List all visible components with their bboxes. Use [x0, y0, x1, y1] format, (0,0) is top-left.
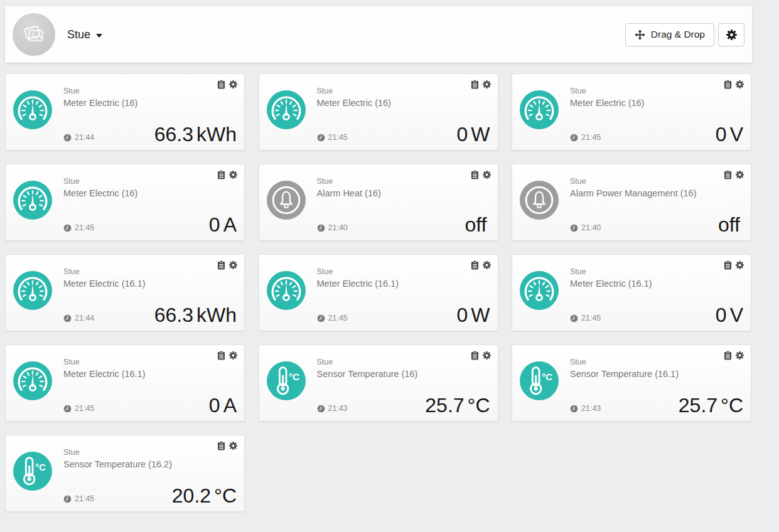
- card-settings-button[interactable]: [735, 170, 744, 179]
- device-card: Stue Meter Electric (16): [512, 73, 751, 151]
- log-button[interactable]: [217, 351, 225, 360]
- card-device: Meter Electric (16.1): [570, 279, 652, 289]
- log-button[interactable]: [471, 80, 479, 89]
- clipboard-icon: [471, 170, 479, 179]
- card-room: Stue: [317, 177, 381, 186]
- card-titles: Stue Meter Electric (16): [63, 87, 137, 108]
- card-settings-button[interactable]: [228, 351, 238, 360]
- card-corner-actions: [217, 441, 238, 450]
- log-button[interactable]: [724, 170, 732, 179]
- card-unit: W: [471, 304, 490, 327]
- card-room: Stue: [63, 87, 137, 96]
- room-selector[interactable]: Stue: [67, 28, 102, 41]
- clock-icon: [317, 134, 325, 142]
- meter-gauge-icon: [13, 181, 52, 220]
- thermometer-icon: °C: [267, 361, 306, 400]
- card-time: 21:44: [75, 133, 94, 142]
- card-device: Meter Electric (16.1): [317, 279, 399, 289]
- log-button[interactable]: [217, 260, 225, 270]
- device-icon-badge: [267, 181, 306, 220]
- card-corner-actions: [724, 351, 744, 360]
- card-titles: Stue Meter Electric (16.1): [63, 358, 146, 379]
- device-card: Stue Alarm Heat (16): [259, 164, 498, 241]
- clock-icon: [570, 134, 578, 142]
- card-value-row: 20.2 °C: [172, 484, 237, 508]
- card-time: 21:40: [328, 223, 348, 232]
- card-settings-button[interactable]: [228, 170, 238, 179]
- header-settings-button[interactable]: [718, 23, 744, 46]
- log-button[interactable]: [724, 260, 732, 270]
- clipboard-icon: [217, 351, 225, 360]
- card-titles: Stue Meter Electric (16.1): [570, 267, 652, 289]
- log-button[interactable]: [724, 351, 732, 360]
- card-device: Alarm Power Management (16): [570, 188, 696, 198]
- card-corner-actions: [471, 170, 492, 179]
- card-titles: Stue Sensor Temperature (16.2): [63, 448, 172, 469]
- drag-drop-button[interactable]: Drag & Drop: [625, 23, 714, 46]
- card-titles: Stue Meter Electric (16): [63, 177, 137, 198]
- device-icon-badge: °C: [13, 452, 52, 491]
- log-button[interactable]: [217, 80, 225, 89]
- card-corner-actions: [217, 80, 238, 89]
- card-settings-button[interactable]: [735, 260, 744, 270]
- card-settings-button[interactable]: [735, 351, 744, 360]
- card-unit: V: [730, 304, 743, 327]
- room-avatar[interactable]: [13, 13, 55, 56]
- card-settings-button[interactable]: [735, 80, 744, 89]
- thermometer-icon: °C: [13, 452, 52, 491]
- card-titles: Stue Meter Electric (16): [570, 87, 644, 108]
- svg-text:°C: °C: [288, 371, 299, 382]
- meter-gauge-icon: [267, 90, 306, 129]
- card-settings-button[interactable]: [228, 441, 238, 450]
- card-corner-actions: [724, 170, 744, 179]
- card-value-row: 0 W: [457, 304, 490, 327]
- card-settings-button[interactable]: [228, 260, 238, 270]
- card-settings-button[interactable]: [482, 80, 492, 89]
- log-button[interactable]: [217, 170, 225, 179]
- card-settings-button[interactable]: [482, 260, 492, 270]
- log-button[interactable]: [471, 260, 479, 270]
- card-value-row: 25.7 °C: [679, 394, 743, 417]
- card-corner-actions: [217, 351, 238, 360]
- card-corner-actions: [471, 260, 492, 270]
- card-settings-button[interactable]: [482, 170, 492, 179]
- clock-icon: [63, 224, 72, 232]
- device-grid: Stue Meter Electric (16): [5, 73, 752, 512]
- clock-icon: [63, 314, 72, 322]
- card-time: 21:43: [328, 404, 348, 413]
- card-device: Sensor Temperature (16.2): [63, 459, 172, 469]
- card-value-row: 66.3 kWh: [154, 304, 237, 327]
- log-button[interactable]: [471, 351, 479, 360]
- card-settings-button[interactable]: [482, 351, 492, 360]
- gear-icon: [482, 170, 492, 179]
- card-value: 0: [457, 123, 468, 146]
- card-device: Sensor Temperature (16.1): [570, 369, 679, 379]
- card-time-row: 21:44: [63, 133, 94, 142]
- device-icon-badge: [520, 90, 559, 129]
- card-unit: A: [223, 213, 237, 237]
- card-value: 66.3: [154, 304, 193, 327]
- gear-icon: [228, 441, 238, 450]
- drag-drop-label: Drag & Drop: [651, 29, 705, 40]
- card-value: 0: [209, 394, 220, 417]
- device-card: °C Stue Sensor Temperature (16.2): [5, 435, 245, 512]
- card-settings-button[interactable]: [228, 80, 238, 89]
- device-card: Stue Meter Electric (16.1): [5, 344, 245, 422]
- card-time: 21:45: [328, 133, 348, 142]
- card-value: 0: [209, 213, 220, 237]
- gear-icon: [735, 351, 744, 360]
- card-device: Meter Electric (16): [63, 188, 137, 198]
- device-card: Stue Meter Electric (16.1): [5, 254, 245, 331]
- card-device: Meter Electric (16.1): [63, 279, 146, 289]
- clock-icon: [317, 314, 325, 322]
- clipboard-icon: [471, 260, 479, 270]
- log-button[interactable]: [217, 441, 225, 450]
- card-room: Stue: [570, 358, 679, 367]
- log-button[interactable]: [724, 80, 732, 89]
- card-value-row: 66.3 kWh: [154, 123, 237, 146]
- log-button[interactable]: [471, 170, 479, 179]
- device-icon-badge: [520, 181, 559, 220]
- card-time-row: 21:45: [317, 314, 348, 322]
- card-value: 20.2: [172, 484, 211, 508]
- gear-icon: [735, 170, 744, 179]
